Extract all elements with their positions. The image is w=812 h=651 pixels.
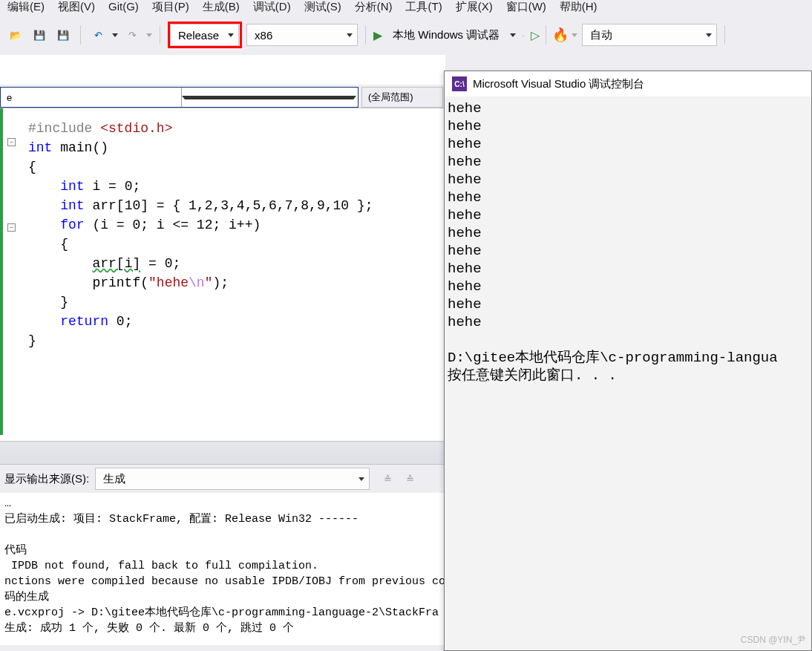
scope-value: e [7, 92, 181, 103]
go-to-prev-icon: ≙ [379, 470, 396, 488]
flame-caret-icon[interactable] [572, 33, 577, 37]
scope-dropdown[interactable]: e [0, 87, 358, 108]
play-icon[interactable]: ▶ [373, 28, 382, 42]
menu-view[interactable]: 视图(V) [58, 0, 95, 14]
console-output: hehe hehe hehe hehe hehe hehe hehe hehe … [445, 96, 811, 650]
console-titlebar[interactable]: C:\ Microsoft Visual Studio 调试控制台 [445, 71, 811, 96]
editor-pane: e (全局范围) − − #include <stdio.h> int main… [0, 55, 445, 441]
fold-toggle-icon[interactable]: − [7, 223, 16, 232]
menu-project[interactable]: 项目(P) [152, 0, 189, 14]
caret-icon [181, 88, 356, 107]
menu-build[interactable]: 生成(B) [203, 0, 240, 14]
vs-icon: C:\ [452, 76, 467, 91]
go-to-next-icon: ≙ [401, 470, 419, 488]
flame-icon[interactable]: 🔥 [552, 27, 569, 43]
caret-icon [358, 477, 364, 481]
caret-icon [347, 33, 353, 37]
auto-dropdown[interactable]: 自动 [582, 24, 717, 46]
undo-caret-icon[interactable] [112, 33, 118, 37]
solution-config-label: Release [178, 29, 219, 42]
separator [724, 25, 725, 45]
menu-debug[interactable]: 调试(D) [253, 0, 291, 14]
auto-label: 自动 [590, 28, 612, 42]
menu-test[interactable]: 测试(S) [304, 0, 341, 14]
config-highlight: Release [168, 22, 242, 48]
redo-icon[interactable]: ↷ [122, 25, 142, 45]
separator [160, 25, 160, 45]
play-outline-icon[interactable]: ▷ [531, 28, 540, 42]
fold-gutter: − − [6, 108, 24, 232]
output-source-label: 显示输出来源(S): [4, 472, 91, 486]
redo-caret-icon[interactable] [146, 33, 152, 37]
separator [546, 25, 546, 45]
caret-icon [706, 33, 712, 37]
menu-git[interactable]: Git(G) [108, 0, 139, 13]
menu-analyze[interactable]: 分析(N) [355, 0, 393, 14]
watermark: CSDN @YIN_尹 [741, 634, 806, 647]
debugger-target-label: 本地 Windows 调试器 [385, 28, 507, 42]
undo-icon[interactable]: ↶ [88, 25, 108, 45]
output-toolbar: 显示输出来源(S): 生成 ≙ ≙ [0, 465, 445, 493]
output-text[interactable]: … 已启动生成: 项目: StackFrame, 配置: Release Win… [0, 493, 445, 645]
debugger-caret-icon[interactable] [510, 33, 516, 37]
fold-toggle-icon[interactable]: − [7, 138, 16, 146]
menu-tools[interactable]: 工具(T) [405, 0, 442, 14]
output-source-value: 生成 [103, 472, 125, 486]
separator [365, 25, 366, 45]
separator [80, 25, 81, 45]
menu-bar: 编辑(E) 视图(V) Git(G) 项目(P) 生成(B) 调试(D) 测试(… [0, 0, 812, 15]
output-panel: 显示输出来源(S): 生成 ≙ ≙ … 已启动生成: 项目: StackFram… [0, 441, 445, 651]
console-title: Microsoft Visual Studio 调试控制台 [473, 77, 644, 91]
start-debug-group: ▶ 本地 Windows 调试器 · ▷ 🔥 [373, 24, 577, 46]
open-icon[interactable]: 📂 [6, 25, 25, 45]
navigation-bar: e (全局范围) [0, 85, 445, 108]
output-source-dropdown[interactable]: 生成 [95, 468, 370, 490]
debug-console-window: C:\ Microsoft Visual Studio 调试控制台 hehe h… [444, 71, 812, 651]
menu-edit[interactable]: 编辑(E) [7, 0, 45, 14]
global-scope-dropdown[interactable]: (全局范围) [361, 87, 443, 108]
main-toolbar: 📂 💾 💾 ↶ ↷ Release x86 ▶ 本地 Windows 调试器 ·… [0, 15, 812, 55]
separator: · [519, 30, 528, 41]
save-icon[interactable]: 💾 [30, 25, 49, 45]
code-content: #include <stdio.h> int main() { int i = … [3, 108, 445, 350]
debugger-target-dropdown[interactable]: 本地 Windows 调试器 [385, 24, 507, 46]
save-all-icon[interactable]: 💾 [53, 25, 73, 45]
caret-icon [228, 33, 234, 37]
code-editor[interactable]: − − #include <stdio.h> int main() { int … [0, 108, 445, 435]
menu-window[interactable]: 窗口(W) [506, 0, 546, 14]
solution-platform-label: x86 [255, 29, 272, 42]
solution-platform-dropdown[interactable]: x86 [246, 24, 358, 46]
menu-extensions[interactable]: 扩展(X) [456, 0, 493, 14]
global-scope-label: (全局范围) [368, 91, 413, 104]
solution-config-dropdown[interactable]: Release [170, 24, 239, 46]
output-header [0, 441, 445, 465]
menu-help[interactable]: 帮助(H) [560, 0, 597, 14]
